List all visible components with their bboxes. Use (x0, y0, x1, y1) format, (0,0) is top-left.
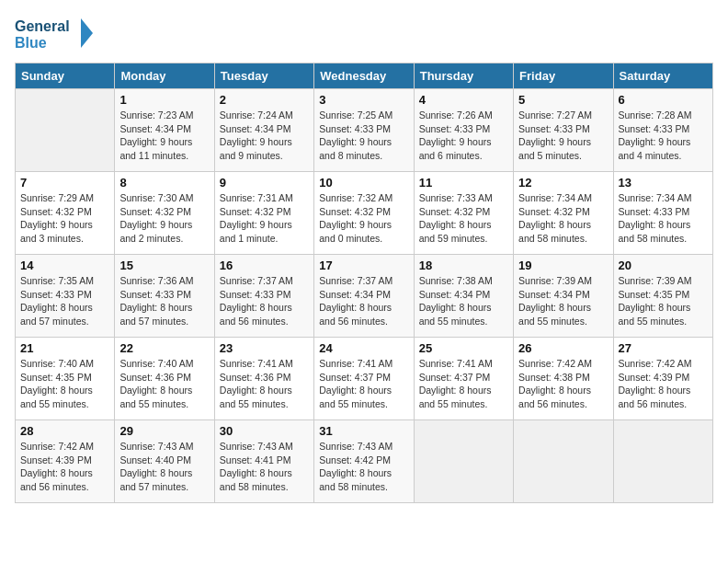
day-number: 7 (20, 176, 109, 190)
day-number: 13 (619, 176, 708, 190)
week-row-5: 28Sunrise: 7:42 AMSunset: 4:39 PMDayligh… (16, 420, 713, 503)
day-number: 18 (419, 259, 508, 272)
day-number: 16 (220, 259, 309, 272)
day-number: 25 (419, 341, 508, 355)
week-row-2: 7Sunrise: 7:29 AMSunset: 4:32 PMDaylight… (16, 172, 713, 255)
day-number: 4 (419, 93, 508, 107)
day-cell: 23Sunrise: 7:41 AMSunset: 4:36 PMDayligh… (214, 338, 313, 420)
day-detail: Sunrise: 7:39 AMSunset: 4:35 PMDaylight:… (619, 274, 708, 328)
day-cell: 15Sunrise: 7:36 AMSunset: 4:33 PMDayligh… (115, 255, 214, 338)
day-detail: Sunrise: 7:40 AMSunset: 4:35 PMDaylight:… (20, 357, 109, 411)
day-detail: Sunrise: 7:34 AMSunset: 4:33 PMDaylight:… (619, 191, 708, 246)
week-row-3: 14Sunrise: 7:35 AMSunset: 4:33 PMDayligh… (16, 255, 713, 338)
day-cell: 25Sunrise: 7:41 AMSunset: 4:37 PMDayligh… (414, 338, 513, 420)
weekday-monday: Monday (115, 63, 214, 89)
day-number: 8 (119, 176, 209, 190)
day-cell (613, 420, 712, 503)
day-number: 1 (119, 93, 209, 107)
day-number: 17 (319, 259, 408, 272)
day-cell: 16Sunrise: 7:37 AMSunset: 4:33 PMDayligh… (214, 255, 313, 338)
day-cell: 7Sunrise: 7:29 AMSunset: 4:32 PMDaylight… (16, 172, 115, 255)
day-cell: 5Sunrise: 7:27 AMSunset: 4:33 PMDaylight… (514, 89, 613, 172)
day-detail: Sunrise: 7:34 AMSunset: 4:32 PMDaylight:… (518, 191, 608, 246)
day-number: 21 (20, 341, 109, 355)
day-detail: Sunrise: 7:41 AMSunset: 4:37 PMDaylight:… (319, 357, 408, 411)
svg-text:General: General (15, 18, 70, 34)
day-cell: 3Sunrise: 7:25 AMSunset: 4:33 PMDaylight… (314, 89, 414, 172)
weekday-friday: Friday (514, 63, 613, 89)
weekday-saturday: Saturday (613, 63, 712, 89)
day-detail: Sunrise: 7:24 AMSunset: 4:34 PMDaylight:… (220, 109, 309, 163)
day-detail: Sunrise: 7:37 AMSunset: 4:33 PMDaylight:… (220, 274, 309, 328)
day-number: 9 (220, 176, 309, 190)
day-cell: 4Sunrise: 7:26 AMSunset: 4:33 PMDaylight… (414, 89, 513, 172)
day-detail: Sunrise: 7:29 AMSunset: 4:32 PMDaylight:… (20, 191, 109, 246)
svg-text:Blue: Blue (15, 35, 47, 51)
day-detail: Sunrise: 7:23 AMSunset: 4:34 PMDaylight:… (119, 109, 209, 163)
day-cell: 11Sunrise: 7:33 AMSunset: 4:32 PMDayligh… (414, 172, 513, 255)
day-cell: 6Sunrise: 7:28 AMSunset: 4:33 PMDaylight… (613, 89, 712, 172)
day-detail: Sunrise: 7:42 AMSunset: 4:39 PMDaylight:… (619, 357, 708, 411)
day-number: 24 (319, 341, 408, 355)
calendar-table: SundayMondayTuesdayWednesdayThursdayFrid… (15, 63, 713, 503)
day-number: 23 (220, 341, 309, 355)
day-number: 20 (619, 259, 708, 272)
day-detail: Sunrise: 7:35 AMSunset: 4:33 PMDaylight:… (20, 274, 109, 328)
day-detail: Sunrise: 7:31 AMSunset: 4:32 PMDaylight:… (220, 191, 309, 246)
day-detail: Sunrise: 7:42 AMSunset: 4:38 PMDaylight:… (518, 357, 608, 411)
day-cell: 14Sunrise: 7:35 AMSunset: 4:33 PMDayligh… (16, 255, 115, 338)
day-detail: Sunrise: 7:37 AMSunset: 4:34 PMDaylight:… (319, 274, 408, 328)
day-detail: Sunrise: 7:41 AMSunset: 4:36 PMDaylight:… (220, 357, 309, 411)
day-number: 28 (20, 424, 109, 438)
weekday-wednesday: Wednesday (314, 63, 414, 89)
weekday-tuesday: Tuesday (214, 63, 313, 89)
day-number: 12 (518, 176, 608, 190)
day-detail: Sunrise: 7:43 AMSunset: 4:42 PMDaylight:… (319, 440, 408, 494)
day-detail: Sunrise: 7:30 AMSunset: 4:32 PMDaylight:… (119, 191, 209, 246)
day-cell: 24Sunrise: 7:41 AMSunset: 4:37 PMDayligh… (314, 338, 414, 420)
day-cell: 29Sunrise: 7:43 AMSunset: 4:40 PMDayligh… (115, 420, 214, 503)
page-header: GeneralBlue (15, 15, 713, 53)
day-number: 5 (518, 93, 608, 107)
day-detail: Sunrise: 7:38 AMSunset: 4:34 PMDaylight:… (419, 274, 508, 328)
day-cell: 13Sunrise: 7:34 AMSunset: 4:33 PMDayligh… (613, 172, 712, 255)
day-cell: 26Sunrise: 7:42 AMSunset: 4:38 PMDayligh… (514, 338, 613, 420)
day-cell: 17Sunrise: 7:37 AMSunset: 4:34 PMDayligh… (314, 255, 414, 338)
svg-marker-2 (81, 18, 93, 48)
day-detail: Sunrise: 7:42 AMSunset: 4:39 PMDaylight:… (20, 440, 109, 494)
logo-svg: GeneralBlue (15, 15, 97, 53)
weekday-thursday: Thursday (414, 63, 513, 89)
day-cell (514, 420, 613, 503)
day-number: 6 (619, 93, 708, 107)
day-cell: 2Sunrise: 7:24 AMSunset: 4:34 PMDaylight… (214, 89, 313, 172)
day-cell: 21Sunrise: 7:40 AMSunset: 4:35 PMDayligh… (16, 338, 115, 420)
day-number: 27 (619, 341, 708, 355)
logo: GeneralBlue (15, 15, 97, 53)
weekday-sunday: Sunday (16, 63, 115, 89)
day-cell (16, 89, 115, 172)
day-cell: 18Sunrise: 7:38 AMSunset: 4:34 PMDayligh… (414, 255, 513, 338)
day-number: 29 (119, 424, 209, 438)
day-detail: Sunrise: 7:32 AMSunset: 4:32 PMDaylight:… (319, 191, 408, 246)
day-number: 2 (220, 93, 309, 107)
day-number: 19 (518, 259, 608, 272)
day-cell: 27Sunrise: 7:42 AMSunset: 4:39 PMDayligh… (613, 338, 712, 420)
day-detail: Sunrise: 7:43 AMSunset: 4:40 PMDaylight:… (119, 440, 209, 494)
day-detail: Sunrise: 7:40 AMSunset: 4:36 PMDaylight:… (119, 357, 209, 411)
day-number: 31 (319, 424, 408, 438)
day-detail: Sunrise: 7:26 AMSunset: 4:33 PMDaylight:… (419, 109, 508, 163)
day-number: 10 (319, 176, 408, 190)
day-cell (414, 420, 513, 503)
day-detail: Sunrise: 7:28 AMSunset: 4:33 PMDaylight:… (619, 109, 708, 163)
day-detail: Sunrise: 7:41 AMSunset: 4:37 PMDaylight:… (419, 357, 508, 411)
calendar-body: 1Sunrise: 7:23 AMSunset: 4:34 PMDaylight… (16, 89, 713, 503)
day-cell: 9Sunrise: 7:31 AMSunset: 4:32 PMDaylight… (214, 172, 313, 255)
day-cell: 20Sunrise: 7:39 AMSunset: 4:35 PMDayligh… (613, 255, 712, 338)
week-row-1: 1Sunrise: 7:23 AMSunset: 4:34 PMDaylight… (16, 89, 713, 172)
day-detail: Sunrise: 7:43 AMSunset: 4:41 PMDaylight:… (220, 440, 309, 494)
day-number: 3 (319, 93, 408, 107)
day-detail: Sunrise: 7:27 AMSunset: 4:33 PMDaylight:… (518, 109, 608, 163)
day-number: 22 (119, 341, 209, 355)
day-cell: 30Sunrise: 7:43 AMSunset: 4:41 PMDayligh… (214, 420, 313, 503)
day-cell: 19Sunrise: 7:39 AMSunset: 4:34 PMDayligh… (514, 255, 613, 338)
